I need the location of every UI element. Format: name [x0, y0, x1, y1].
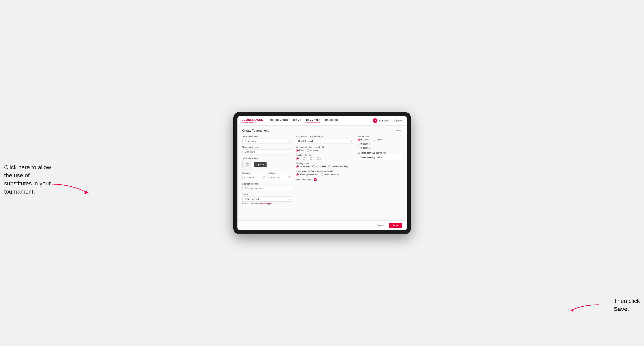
format-other-radio[interactable]: [374, 139, 376, 141]
event-individuals-option[interactable]: Individuals Only: [321, 173, 338, 176]
division-select[interactable]: NCAA Division I: [296, 139, 354, 144]
format-6count4-radio[interactable]: [358, 143, 360, 145]
tournament-host-select[interactable]: Search team: [242, 139, 292, 144]
arrow-left-icon: [50, 180, 91, 196]
event-type-label: Is this event for Teams and/or Individua…: [296, 170, 354, 173]
scoring-medal-match-radio[interactable]: [328, 165, 331, 168]
scoring-match-radio[interactable]: [312, 165, 315, 168]
nav-committee[interactable]: COMMITTEE: [306, 119, 320, 123]
event-teams-label: Teams (+Individuals): [300, 173, 318, 176]
scoring-radio-group: Stroke Play Match Play Medal Match Play: [296, 165, 354, 168]
nav-rankings[interactable]: RANKINGS: [325, 119, 338, 123]
gender-radio-group: Mens Womens: [296, 149, 354, 152]
event-teams-option[interactable]: Teams (+Individuals): [296, 173, 318, 176]
event-type-radio-group: Teams (+Individuals) Individuals Only: [296, 173, 354, 176]
rounds-4-radio[interactable]: [317, 157, 319, 160]
scoring-api-select[interactable]: Select a scoring service Select & scorin…: [358, 155, 404, 160]
scoring-match-option[interactable]: Match Play: [312, 165, 326, 168]
venue-label: Venue: [242, 193, 292, 196]
page-header: Create Tournament Back: [242, 129, 402, 132]
scoring-medal-match-label: Medal Match Play: [332, 165, 348, 168]
rounds-1-label: 1: [300, 157, 301, 160]
scoring-stroke-radio[interactable]: [296, 165, 298, 168]
rounds-1-radio[interactable]: [296, 157, 298, 160]
save-button[interactable]: Save: [389, 223, 402, 228]
substitutes-checkbox[interactable]: [314, 178, 316, 181]
substitutes-group: Allow substitutes?: [296, 178, 354, 181]
scoring-api-group: Use third-party live scoring API? Select…: [358, 152, 404, 160]
sponsor-label: Sponsor (optional): [242, 183, 292, 185]
nav-teams[interactable]: TEAMS: [293, 119, 301, 123]
date-row: Start date 📅 End date 📅: [242, 172, 292, 180]
format-other-option[interactable]: Other: [374, 139, 382, 141]
format-6count4-option[interactable]: 6 count 4: [358, 143, 404, 145]
rounds-3-option[interactable]: 3: [310, 157, 314, 160]
logo-scoreboard: SCOREBOARD: [242, 118, 264, 122]
format-6count5-option[interactable]: 6 count 5: [358, 147, 404, 149]
logo-powered: Powered by clippd: [242, 122, 264, 123]
sponsor-input[interactable]: [242, 186, 292, 191]
division-select-wrapper: NCAA Division I: [296, 139, 354, 144]
logo-upload-area: 🖼 Upload: [242, 160, 292, 170]
substitutes-label: Allow substitutes?: [296, 178, 312, 181]
gender-womens-option[interactable]: Womens: [307, 149, 318, 152]
format-options: 5 count 4 Other 6 count 4: [358, 139, 404, 149]
page-title: Create Tournament: [242, 129, 269, 132]
start-date-label: Start date: [242, 172, 266, 174]
scoring-stroke-label: Stroke Play: [300, 165, 310, 168]
bottom-bar: Cancel Save: [238, 220, 407, 230]
substitutes-checkbox-group: Allow substitutes?: [296, 178, 354, 181]
form-column-1: Tournament Host Search team Tournament n…: [242, 136, 292, 207]
rounds-2-radio[interactable]: [303, 157, 306, 160]
tournament-host-select-wrapper: Search team: [242, 139, 292, 144]
scoring-match-label: Match Play: [316, 165, 326, 168]
format-6count4-label: 6 count 4: [361, 143, 370, 145]
format-5count4-radio[interactable]: [358, 139, 360, 141]
rounds-1-option[interactable]: 1: [296, 157, 301, 160]
form-column-2: Which division is the event for? NCAA Di…: [296, 136, 354, 207]
gender-womens-label: Womens: [310, 149, 318, 152]
rounds-3-radio[interactable]: [310, 157, 312, 160]
start-date-calendar-icon: 📅: [263, 176, 265, 179]
format-6count5-radio[interactable]: [358, 147, 360, 149]
format-5count4-option[interactable]: 5 count 4: [358, 139, 370, 141]
gender-mens-option[interactable]: Mens: [296, 149, 304, 152]
svg-marker-1: [571, 308, 574, 312]
upload-button[interactable]: Upload: [254, 162, 267, 167]
format-row-3: 6 count 5: [358, 147, 404, 149]
event-individuals-label: Individuals Only: [324, 173, 338, 176]
scoring-stroke-option[interactable]: Stroke Play: [296, 165, 310, 168]
nav-tournaments[interactable]: TOURNAMENTS: [270, 119, 288, 123]
dates-group: Start date 📅 End date 📅: [242, 172, 292, 180]
gender-womens-radio[interactable]: [307, 149, 309, 152]
rounds-4-option[interactable]: 4: [317, 157, 321, 160]
scoring-group: Scoring system Stroke Play Match Play: [296, 162, 354, 168]
rounds-4-label: 4: [320, 157, 321, 160]
tournament-name-group: Tournament name: [242, 146, 292, 155]
venue-email-support-link[interactable]: email support: [262, 202, 272, 204]
annotation-right: Then click Save.: [614, 297, 640, 313]
logo-area: SCOREBOARD Powered by clippd: [242, 118, 264, 123]
form-columns: Tournament Host Search team Tournament n…: [242, 136, 402, 207]
back-link[interactable]: Back: [395, 129, 402, 132]
sign-out-link[interactable]: Sign out: [394, 119, 402, 122]
event-teams-radio[interactable]: [296, 173, 298, 176]
rounds-label: Number of rounds: [296, 154, 354, 157]
tablet-screen: SCOREBOARD Powered by clippd TOURNAMENTS…: [238, 116, 407, 230]
cancel-button[interactable]: Cancel: [373, 223, 387, 228]
rounds-2-option[interactable]: 2: [303, 157, 308, 160]
tournament-name-input[interactable]: [242, 149, 292, 155]
scoring-label: Scoring system: [296, 162, 354, 165]
venue-select-wrapper: Search golf club: [242, 196, 292, 202]
venue-select[interactable]: Search golf club: [242, 196, 292, 202]
rounds-radio-group: 1 2 3 4: [296, 157, 354, 160]
format-6count5-label: 6 count 5: [361, 147, 370, 149]
scoring-medal-match-option[interactable]: Medal Match Play: [328, 165, 348, 168]
scoring-api-select-wrapper: Select a scoring service Select & scorin…: [358, 155, 404, 160]
format-row-1: 5 count 4 Other: [358, 139, 404, 141]
tournament-name-label: Tournament name: [242, 146, 292, 149]
event-type-group: Is this event for Teams and/or Individua…: [296, 170, 354, 176]
scoring-api-label: Use third-party live scoring API?: [358, 152, 404, 154]
gender-mens-radio[interactable]: [296, 149, 298, 152]
event-individuals-radio[interactable]: [321, 173, 323, 176]
